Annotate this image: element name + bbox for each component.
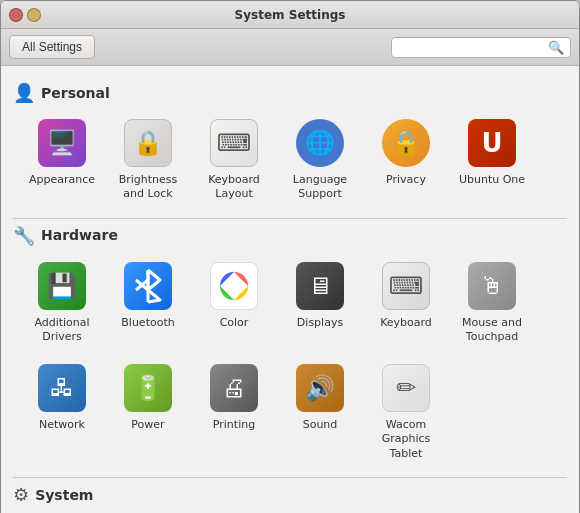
item-displays[interactable]: 🖥Displays bbox=[279, 254, 361, 353]
power-icon: 🔋 bbox=[124, 364, 172, 412]
privacy-icon: 🔒 bbox=[382, 119, 430, 167]
all-settings-button[interactable]: All Settings bbox=[9, 35, 95, 59]
item-privacy[interactable]: 🔒Privacy bbox=[365, 111, 447, 210]
mouse-touchpad-icon: 🖱 bbox=[468, 262, 516, 310]
personal-items-grid: 🖥️Appearance🔒Brightness and Lock⌨️Keyboa… bbox=[13, 111, 567, 210]
personal-divider bbox=[13, 218, 567, 219]
bluetooth-icon bbox=[124, 262, 172, 310]
item-bluetooth[interactable]: Bluetooth bbox=[107, 254, 189, 353]
personal-section-title: Personal bbox=[41, 85, 110, 101]
search-input[interactable] bbox=[398, 40, 548, 54]
sound-label: Sound bbox=[303, 418, 338, 432]
titlebar: System Settings bbox=[1, 1, 579, 29]
toolbar: All Settings 🔍 bbox=[1, 29, 579, 66]
bluetooth-label: Bluetooth bbox=[121, 316, 174, 330]
network-label: Network bbox=[39, 418, 85, 432]
brightness-lock-label: Brightness and Lock bbox=[111, 173, 185, 202]
color-icon bbox=[210, 262, 258, 310]
appearance-icon: 🖥️ bbox=[38, 119, 86, 167]
window-controls bbox=[9, 8, 41, 22]
color-label: Color bbox=[220, 316, 249, 330]
wacom-icon: ✏ bbox=[382, 364, 430, 412]
item-keyboard-layout[interactable]: ⌨️Keyboard Layout bbox=[193, 111, 275, 210]
power-label: Power bbox=[131, 418, 164, 432]
sound-icon: 🔊 bbox=[296, 364, 344, 412]
hardware-items-grid: 💾Additional Drivers Bluetooth Color🖥Disp… bbox=[13, 254, 567, 469]
additional-drivers-label: Additional Drivers bbox=[25, 316, 99, 345]
wacom-label: Wacom Graphics Tablet bbox=[369, 418, 443, 461]
hardware-section-icon: 🔧 bbox=[13, 225, 35, 246]
hardware-section-title: Hardware bbox=[41, 227, 118, 243]
additional-drivers-icon: 💾 bbox=[38, 262, 86, 310]
item-network[interactable]: 🖧Network bbox=[21, 356, 103, 469]
item-printing[interactable]: 🖨Printing bbox=[193, 356, 275, 469]
item-mouse-touchpad[interactable]: 🖱Mouse and Touchpad bbox=[451, 254, 533, 353]
system-section-icon: ⚙ bbox=[13, 484, 29, 505]
personal-section-icon: 👤 bbox=[13, 82, 35, 103]
item-wacom[interactable]: ✏Wacom Graphics Tablet bbox=[365, 356, 447, 469]
section-header-personal: 👤Personal bbox=[13, 82, 567, 103]
item-brightness-lock[interactable]: 🔒Brightness and Lock bbox=[107, 111, 189, 210]
brightness-lock-icon: 🔒 bbox=[124, 119, 172, 167]
language-support-icon: 🌐 bbox=[296, 119, 344, 167]
item-sound[interactable]: 🔊Sound bbox=[279, 356, 361, 469]
svg-point-2 bbox=[228, 280, 240, 292]
hardware-divider bbox=[13, 477, 567, 478]
item-additional-drivers[interactable]: 💾Additional Drivers bbox=[21, 254, 103, 353]
printing-label: Printing bbox=[213, 418, 255, 432]
section-header-system: ⚙System bbox=[13, 484, 567, 505]
system-section-title: System bbox=[35, 487, 93, 503]
privacy-label: Privacy bbox=[386, 173, 426, 187]
appearance-label: Appearance bbox=[29, 173, 95, 187]
item-keyboard[interactable]: ⌨Keyboard bbox=[365, 254, 447, 353]
item-power[interactable]: 🔋Power bbox=[107, 356, 189, 469]
item-appearance[interactable]: 🖥️Appearance bbox=[21, 111, 103, 210]
minimize-button[interactable] bbox=[27, 8, 41, 22]
keyboard-icon: ⌨ bbox=[382, 262, 430, 310]
displays-icon: 🖥 bbox=[296, 262, 344, 310]
item-language-support[interactable]: 🌐Language Support bbox=[279, 111, 361, 210]
keyboard-layout-label: Keyboard Layout bbox=[197, 173, 271, 202]
displays-label: Displays bbox=[297, 316, 343, 330]
search-icon: 🔍 bbox=[548, 40, 564, 55]
window-title: System Settings bbox=[235, 8, 346, 22]
system-settings-window: System Settings All Settings 🔍 👤Personal… bbox=[0, 0, 580, 513]
mouse-touchpad-label: Mouse and Touchpad bbox=[455, 316, 529, 345]
printing-icon: 🖨 bbox=[210, 364, 258, 412]
language-support-label: Language Support bbox=[283, 173, 357, 202]
section-header-hardware: 🔧Hardware bbox=[13, 225, 567, 246]
close-button[interactable] bbox=[9, 8, 23, 22]
network-icon: 🖧 bbox=[38, 364, 86, 412]
search-box: 🔍 bbox=[391, 37, 571, 58]
item-color[interactable]: Color bbox=[193, 254, 275, 353]
ubuntu-one-label: Ubuntu One bbox=[459, 173, 525, 187]
settings-content: 👤Personal🖥️Appearance🔒Brightness and Loc… bbox=[1, 66, 579, 513]
keyboard-label: Keyboard bbox=[380, 316, 432, 330]
item-ubuntu-one[interactable]: UUbuntu One bbox=[451, 111, 533, 210]
keyboard-layout-icon: ⌨️ bbox=[210, 119, 258, 167]
ubuntu-one-icon: U bbox=[468, 119, 516, 167]
